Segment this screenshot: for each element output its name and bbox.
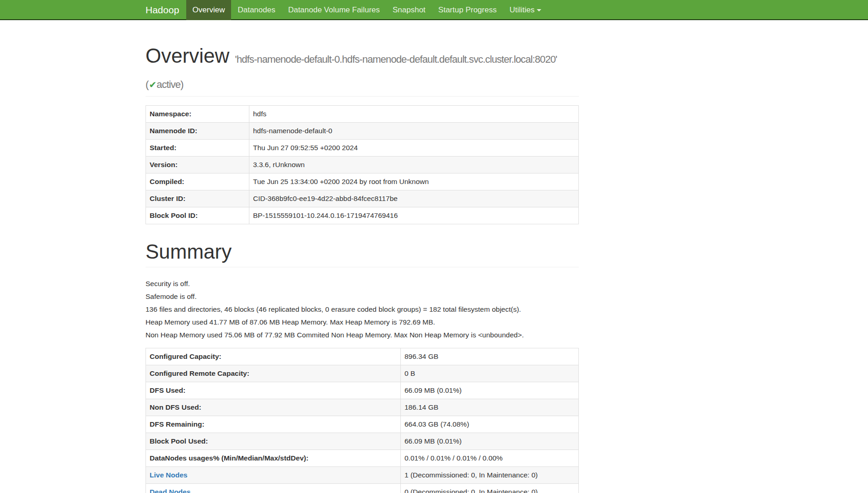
row-label: Dead Nodes [146, 484, 401, 493]
row-value: 0 (Decommissioned: 0, In Maintenance: 0) [401, 484, 579, 493]
nav-link[interactable]: Snapshot [386, 0, 432, 20]
summary-header: Summary [146, 239, 579, 267]
summary-line: Non Heap Memory used 75.06 MB of 77.92 M… [146, 330, 579, 339]
caret-down-icon [537, 9, 541, 11]
row-label: Non DFS Used: [146, 399, 401, 416]
nav-item: Startup Progress [432, 0, 503, 20]
table-row: Live Nodes 1 (Decommissioned: 0, In Main… [146, 467, 579, 484]
table-row: DFS Used: 66.09 MB (0.01%) [146, 382, 579, 399]
row-label: Live Nodes [146, 467, 401, 484]
brand-hadoop[interactable]: Hadoop [139, 0, 186, 20]
navbar: Hadoop Overview Datanodes Datanode Volum… [0, 0, 868, 20]
table-row: Cluster ID: CID-368b9fc0-ee19-4d22-abbd-… [146, 190, 579, 207]
namenode-host: 'hdfs-namenode-default-0.hdfs-namenode-d… [235, 54, 557, 65]
check-icon: ✔ [148, 80, 156, 90]
table-row: Block Pool Used: 66.09 MB (0.01%) [146, 433, 579, 450]
row-label: Block Pool ID: [146, 207, 249, 224]
summary-line: Safemode is off. [146, 292, 579, 301]
table-row: DFS Remaining: 664.03 GB (74.08%) [146, 416, 579, 433]
row-value: 3.3.6, rUnknown [249, 157, 579, 173]
state-label: active) [156, 79, 183, 90]
nav-item: Overview [186, 0, 232, 20]
row-value: 0.01% / 0.01% / 0.01% / 0.00% [401, 450, 579, 467]
nav-link[interactable]: Datanode Volume Failures [282, 0, 386, 20]
summary-paragraphs: Security is off. Safemode is off. 136 fi… [146, 279, 579, 339]
row-value: 896.34 GB [401, 348, 579, 365]
row-label: Configured Remote Capacity: [146, 365, 401, 382]
row-label: Namenode ID: [146, 123, 249, 140]
table-row: Compiled: Tue Jun 25 13:34:00 +0200 2024… [146, 173, 579, 190]
table-row: Started: Thu Jun 27 09:52:55 +0200 2024 [146, 140, 579, 157]
row-label: Namespace: [146, 106, 249, 123]
row-value: hdfs-namenode-default-0 [249, 123, 579, 140]
row-value: 664.03 GB (74.08%) [401, 416, 579, 433]
row-value: 1 (Decommissioned: 0, In Maintenance: 0) [401, 467, 579, 484]
nav-link[interactable]: Startup Progress [432, 0, 503, 20]
node-link[interactable]: Live Nodes [150, 471, 188, 479]
table-row: Dead Nodes 0 (Decommissioned: 0, In Main… [146, 484, 579, 493]
nav-item: Datanode Volume Failures [282, 0, 386, 20]
row-value: Tue Jun 25 13:34:00 +0200 2024 by root f… [249, 173, 579, 190]
summary-title: Summary [146, 239, 579, 264]
row-value: BP-1515559101-10.244.0.16-1719474769416 [249, 207, 579, 224]
overview-header: Overview 'hdfs-namenode-default-0.hdfs-n… [146, 43, 579, 97]
row-label: Started: [146, 140, 249, 157]
table-row: Configured Capacity: 896.34 GB [146, 348, 579, 365]
nav-link[interactable]: Utilities [503, 0, 548, 20]
table-row: Block Pool ID: BP-1515559101-10.244.0.16… [146, 207, 579, 224]
row-value: hdfs [249, 106, 579, 123]
row-label: Cluster ID: [146, 190, 249, 207]
nav-item: Datanodes [231, 0, 281, 20]
row-label: DFS Used: [146, 382, 401, 399]
row-label: Version: [146, 157, 249, 173]
row-value: CID-368b9fc0-ee19-4d22-abbd-84fcec8117be [249, 190, 579, 207]
table-row: Namenode ID: hdfs-namenode-default-0 [146, 123, 579, 140]
summary-line: Security is off. [146, 279, 579, 288]
row-label: Block Pool Used: [146, 433, 401, 450]
namenode-state: (✔active) [146, 79, 183, 90]
row-label: Configured Capacity: [146, 348, 401, 365]
row-value: Thu Jun 27 09:52:55 +0200 2024 [249, 140, 579, 157]
row-value: 0 B [401, 365, 579, 382]
navbar-container: Hadoop Overview Datanodes Datanode Volum… [139, 0, 729, 20]
navbar-menu: Overview Datanodes Datanode Volume Failu… [186, 0, 548, 20]
nav-link[interactable]: Overview [186, 0, 232, 20]
table-row: Configured Remote Capacity: 0 B [146, 365, 579, 382]
main-content: Overview 'hdfs-namenode-default-0.hdfs-n… [139, 43, 586, 493]
overview-info-table: Namespace: hdfs Namenode ID: hdfs-nameno… [146, 105, 579, 224]
row-label: DFS Remaining: [146, 416, 401, 433]
summary-line: Heap Memory used 41.77 MB of 87.06 MB He… [146, 318, 579, 326]
row-value: 66.09 MB (0.01%) [401, 433, 579, 450]
table-row: Non DFS Used: 186.14 GB [146, 399, 579, 416]
node-link[interactable]: Dead Nodes [150, 488, 191, 493]
page-title: Overview 'hdfs-namenode-default-0.hdfs-n… [146, 43, 579, 93]
overview-title-text: Overview [146, 44, 229, 67]
nav-item: Snapshot [386, 0, 432, 20]
row-label: DataNodes usages% (Min/Median/Max/stdDev… [146, 450, 401, 467]
row-label: Compiled: [146, 173, 249, 190]
table-row: Version: 3.3.6, rUnknown [146, 157, 579, 173]
table-row: DataNodes usages% (Min/Median/Max/stdDev… [146, 450, 579, 467]
summary-line: 136 files and directories, 46 blocks (46… [146, 305, 579, 314]
nav-item: Utilities [503, 0, 548, 20]
row-value: 66.09 MB (0.01%) [401, 382, 579, 399]
row-value: 186.14 GB [401, 399, 579, 416]
table-row: Namespace: hdfs [146, 106, 579, 123]
nav-link[interactable]: Datanodes [231, 0, 281, 20]
summary-stats-table: Configured Capacity: 896.34 GB Configure… [146, 348, 579, 493]
